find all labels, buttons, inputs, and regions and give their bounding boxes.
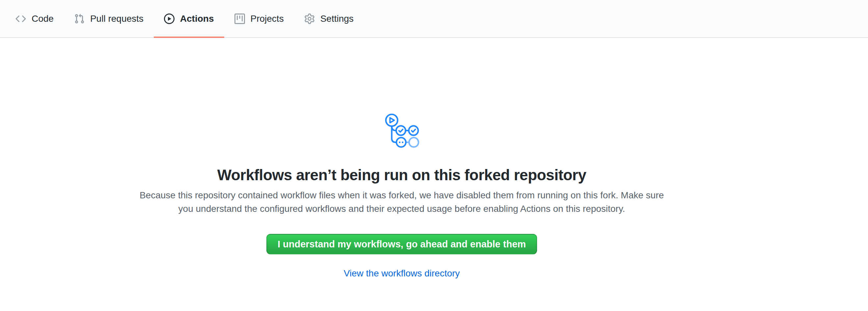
actions-workflow-icon [382, 112, 421, 150]
tab-code-label: Code [32, 14, 54, 23]
tab-projects[interactable]: Projects [224, 0, 294, 37]
enable-workflows-button[interactable]: I understand my workflows, go ahead and … [267, 234, 537, 254]
gear-icon [304, 13, 315, 24]
tab-code[interactable]: Code [5, 0, 64, 37]
project-icon [235, 13, 245, 24]
tab-pull-requests[interactable]: Pull requests [64, 0, 154, 37]
tab-pull-requests-label: Pull requests [90, 14, 144, 23]
actions-blankslate: Workflows aren’t being run on this forke… [0, 38, 803, 279]
tab-actions-label: Actions [180, 14, 214, 23]
repo-nav: Code Pull requests Actions Projects Sett… [0, 0, 868, 38]
play-icon [164, 13, 175, 24]
code-icon [16, 13, 26, 24]
blankslate-description: Because this repository contained workfl… [135, 188, 669, 215]
blankslate-heading: Workflows aren’t being run on this forke… [217, 166, 586, 184]
view-workflows-directory-link[interactable]: View the workflows directory [344, 268, 460, 279]
git-pull-request-icon [74, 13, 85, 24]
tab-settings-label: Settings [320, 14, 354, 23]
tab-actions[interactable]: Actions [154, 0, 224, 37]
tab-projects-label: Projects [251, 14, 284, 23]
tab-settings[interactable]: Settings [294, 0, 364, 37]
